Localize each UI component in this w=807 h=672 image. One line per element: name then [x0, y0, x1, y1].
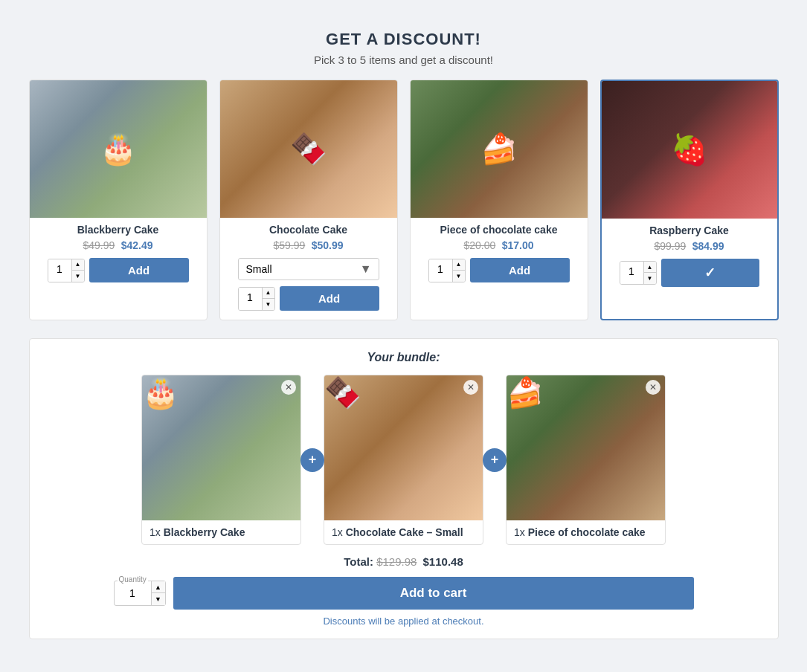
total-new: $110.48	[423, 555, 463, 568]
product-card-piece: 🍰 Piece of chocolate cake $20.00 $17.00 …	[410, 80, 588, 320]
qty-up-chocolate[interactable]: ▲	[263, 288, 274, 299]
bundle-item-blackberry: 🎂 ✕ 1x Blackberry Cake	[141, 375, 301, 545]
bundle-image-piece: 🍰	[507, 375, 665, 520]
bundle-label-piece: 1x Piece of chocolate cake	[507, 520, 665, 544]
product-info-blackberry: Blackberry Cake $49.99 $42.49 1 ▲ ▼ Add	[30, 218, 207, 282]
size-select-wrapper: Small Medium Large ▼	[229, 258, 388, 280]
add-button-piece[interactable]: Add	[470, 258, 570, 282]
bundle-title: Your bundle:	[42, 351, 766, 364]
bundle-item-chocolate: 🍫 ✕ 1x Chocolate Cake – Small	[324, 375, 483, 545]
product-prices-blackberry: $49.99 $42.49	[39, 239, 198, 252]
bundle-quantity-label: Quantity	[118, 575, 148, 584]
page-title: GET A DISCOUNT!	[29, 30, 779, 49]
add-to-cart-button[interactable]: Add to cart	[173, 577, 694, 610]
bundle-name-piece: Piece of chocolate cake	[528, 526, 646, 538]
bundle-image-chocolate: 🍫	[324, 375, 483, 520]
remove-button-chocolate[interactable]: ✕	[463, 380, 478, 395]
bundle-label-chocolate: 1x Chocolate Cake – Small	[324, 520, 483, 544]
product-actions-piece: 1 ▲ ▼ Add	[419, 258, 579, 282]
page-container: GET A DISCOUNT! Pick 3 to 5 items and ge…	[7, 15, 801, 666]
product-image-raspberry: 🍓	[602, 81, 777, 219]
quantity-stepper-chocolate: 1 ▲ ▼	[238, 287, 275, 311]
product-prices-piece: $20.00 $17.00	[419, 239, 579, 252]
product-image-chocolate: 🍫	[220, 80, 397, 218]
stepper-btns-chocolate: ▲ ▼	[262, 288, 274, 310]
qty-down-piece[interactable]: ▼	[453, 271, 465, 282]
product-prices-chocolate: $59.99 $50.99	[229, 239, 388, 252]
bundle-section: Your bundle: 🎂 ✕ 1x Blackberry Cake + 🍫 …	[29, 338, 779, 639]
remove-button-blackberry[interactable]: ✕	[281, 380, 296, 395]
qty-value-chocolate[interactable]: 1	[239, 288, 262, 310]
qty-value-piece[interactable]: 1	[429, 259, 452, 282]
bundle-image-blackberry: 🎂	[142, 375, 300, 520]
product-image-blackberry: 🎂	[30, 80, 207, 218]
price-new-blackberry: $42.49	[121, 239, 153, 251]
product-card-chocolate: 🍫 Chocolate Cake $59.99 $50.99 Small Med…	[219, 80, 398, 320]
qty-down-raspberry[interactable]: ▼	[644, 273, 656, 284]
product-actions-blackberry: 1 ▲ ▼ Add	[39, 258, 198, 282]
bundle-name-chocolate: Chocolate Cake – Small	[346, 526, 463, 538]
product-card-raspberry: 🍓 Raspberry Cake $99.99 $84.99 1 ▲ ▼ ✓	[600, 80, 779, 320]
bundle-total-row: Total: $129.98 $110.48	[42, 555, 766, 568]
page-subtitle: Pick 3 to 5 items and get a discount!	[29, 54, 779, 66]
qty-up-raspberry[interactable]: ▲	[644, 262, 656, 273]
header-section: GET A DISCOUNT! Pick 3 to 5 items and ge…	[29, 30, 779, 66]
product-image-piece: 🍰	[411, 80, 588, 218]
add-button-blackberry[interactable]: Add	[89, 258, 189, 282]
remove-button-piece[interactable]: ✕	[646, 380, 660, 395]
price-new-chocolate: $50.99	[312, 239, 344, 251]
add-button-chocolate[interactable]: Add	[280, 286, 379, 311]
qty-value-raspberry[interactable]: 1	[620, 262, 643, 284]
product-info-raspberry: Raspberry Cake $99.99 $84.99 1 ▲ ▼ ✓	[602, 219, 777, 287]
discount-note: Discounts will be applied at checkout.	[42, 616, 766, 627]
product-name-piece: Piece of chocolate cake	[419, 224, 579, 236]
price-old-piece: $20.00	[463, 239, 495, 251]
stepper-btns-blackberry: ▲ ▼	[71, 259, 84, 282]
qty-up-piece[interactable]: ▲	[453, 259, 465, 271]
bundle-quantity-wrapper: Quantity 1 ▲ ▼	[114, 581, 166, 606]
price-old-chocolate: $59.99	[273, 239, 305, 251]
plus-connector-2: +	[483, 448, 507, 472]
plus-connector-1: +	[300, 448, 324, 472]
product-card-blackberry: 🎂 Blackberry Cake $49.99 $42.49 1 ▲ ▼ A	[29, 80, 208, 320]
quantity-stepper-piece: 1 ▲ ▼	[428, 259, 466, 282]
bundle-qty-up[interactable]: ▲	[152, 581, 165, 593]
product-name-blackberry: Blackberry Cake	[39, 224, 198, 236]
quantity-stepper-blackberry: 1 ▲ ▼	[48, 259, 85, 282]
bundle-items: 🎂 ✕ 1x Blackberry Cake + 🍫 ✕ 1x Chocolat…	[42, 375, 766, 545]
price-new-raspberry: $84.99	[692, 240, 724, 252]
product-name-raspberry: Raspberry Cake	[611, 224, 768, 236]
price-new-piece: $17.00	[502, 239, 534, 251]
product-actions-raspberry: 1 ▲ ▼ ✓	[611, 259, 768, 287]
qty-up-blackberry[interactable]: ▲	[72, 259, 84, 271]
product-info-piece: Piece of chocolate cake $20.00 $17.00 1 …	[411, 218, 588, 282]
product-prices-raspberry: $99.99 $84.99	[611, 239, 768, 253]
bundle-qty-blackberry: 1x	[149, 526, 161, 538]
bundle-label-blackberry: 1x Blackberry Cake	[142, 520, 300, 544]
bundle-qty-value[interactable]: 1	[115, 581, 151, 605]
bundle-qty-chocolate: 1x	[332, 526, 343, 538]
quantity-stepper-raspberry: 1 ▲ ▼	[620, 261, 657, 285]
bundle-name-blackberry: Blackberry Cake	[164, 526, 245, 538]
product-info-chocolate: Chocolate Cake $59.99 $50.99 Small Mediu…	[220, 218, 397, 311]
stepper-btns-raspberry: ▲ ▼	[643, 262, 656, 284]
qty-value-blackberry[interactable]: 1	[48, 259, 71, 282]
bundle-actions: Quantity 1 ▲ ▼ Add to cart	[42, 577, 766, 610]
bundle-qty-btns: ▲ ▼	[151, 581, 165, 605]
bundle-qty-down[interactable]: ▼	[152, 593, 165, 605]
product-name-chocolate: Chocolate Cake	[229, 224, 388, 236]
qty-down-blackberry[interactable]: ▼	[72, 271, 84, 282]
product-actions-chocolate: 1 ▲ ▼ Add	[229, 286, 388, 311]
stepper-btns-piece: ▲ ▼	[452, 259, 465, 282]
check-button-raspberry[interactable]: ✓	[661, 259, 759, 287]
price-old-blackberry: $49.99	[83, 239, 115, 251]
total-label: Total:	[344, 555, 373, 568]
price-old-raspberry: $99.99	[654, 240, 686, 252]
qty-down-chocolate[interactable]: ▼	[263, 299, 274, 310]
bundle-qty-inner: 1 ▲ ▼	[115, 581, 165, 605]
size-select-chocolate[interactable]: Small Medium Large	[238, 258, 379, 280]
bundle-qty-piece: 1x	[514, 526, 525, 538]
total-old: $129.98	[376, 555, 417, 568]
products-row: 🎂 Blackberry Cake $49.99 $42.49 1 ▲ ▼ A	[29, 80, 779, 320]
bundle-item-piece: 🍰 ✕ 1x Piece of chocolate cake	[506, 375, 666, 545]
